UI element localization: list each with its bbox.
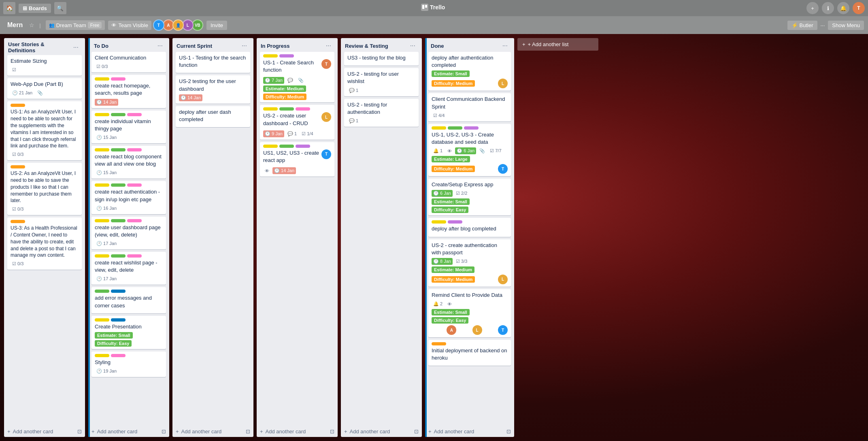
label-orange xyxy=(11,165,25,168)
card-client-comm[interactable]: Client Communication ☑ 0/3 xyxy=(91,52,166,72)
member-avatar-l[interactable]: L xyxy=(182,19,194,31)
list-content-in-progress: US-1 - Create Search function T 🕐 7 Jan … xyxy=(257,52,338,426)
label-bar xyxy=(95,354,163,357)
member-avatar-t[interactable]: T xyxy=(153,19,164,31)
card-remind-client[interactable]: Remind Client to Provide Data 🔔 2 👁 Esti… xyxy=(428,289,511,337)
list-menu-button-progress[interactable]: ··· xyxy=(323,41,334,50)
card-create-search[interactable]: US-1 - Create Search function T 🕐 7 Jan … xyxy=(260,52,334,102)
card-create-wishlist[interactable]: create react wishlist page - view, edit,… xyxy=(91,252,166,285)
date-badge: 🕐 6 Jan xyxy=(455,147,476,154)
card-title: Web-App Due (Part B) xyxy=(11,81,79,88)
estimate-badge: Estimate: Small xyxy=(432,70,470,77)
card-user-dashboard-crud[interactable]: US-2 - create user dashboard - CRUD L 🕐 … xyxy=(260,105,334,139)
card-express-app[interactable]: Create/Setup Express app 🕐 6 Jan ☑ 2/2 E… xyxy=(428,179,511,215)
plus-button[interactable]: + xyxy=(806,2,819,14)
add-card-button-todo[interactable]: + Add another card ⊡ xyxy=(88,426,169,437)
card-deploy-user-dash[interactable]: deploy after user dash completed xyxy=(176,106,250,127)
add-card-button-sprint[interactable]: + Add another card ⊡ xyxy=(172,426,253,437)
info-button[interactable]: ℹ xyxy=(822,2,834,14)
card-create-auth[interactable]: create react authentication - sign in/up… xyxy=(91,181,166,214)
list-header-user-stories: User Stories & Definitions ··· xyxy=(4,38,85,55)
card-create-blog[interactable]: create react blog component view all and… xyxy=(91,146,166,179)
label-bar xyxy=(95,318,163,322)
card-us2-auth-test[interactable]: US-2 - testing for authentication 💬 1 xyxy=(344,99,419,127)
difficulty-badge: Difficulty: Easy xyxy=(432,317,468,324)
difficulty-badge: Difficulty: Medium xyxy=(432,276,475,283)
list-done: Done ··· deploy after authentication com… xyxy=(425,38,514,437)
checklist-badge: ☑ 0/3 xyxy=(11,151,25,158)
list-menu-button[interactable]: ··· xyxy=(71,43,81,52)
invite-button[interactable]: Invite xyxy=(206,21,227,30)
card-meta: 🕐 19 Jan xyxy=(95,368,163,375)
card-title: deploy after authentication completed xyxy=(432,54,508,69)
add-card-label: Add another card xyxy=(350,428,390,435)
board-title[interactable]: Mern xyxy=(4,20,26,30)
home-button[interactable]: 🏠 xyxy=(3,2,15,14)
card-styling[interactable]: Styling 🕐 19 Jan xyxy=(91,352,166,377)
member-avatar-img[interactable]: 👤 xyxy=(172,19,184,31)
card-client-comm-backend[interactable]: Client Communication Backend Sprint ☑ 4/… xyxy=(428,93,511,121)
add-card-button-progress[interactable]: + Add another card ⊡ xyxy=(257,426,338,437)
list-header-done: Done ··· xyxy=(425,38,514,52)
card-us1[interactable]: US-1: As an AnalyzeVit User, I need to b… xyxy=(7,101,82,160)
card-us3[interactable]: US-3: As a Health Professional / Content… xyxy=(7,217,82,270)
label-pink xyxy=(111,77,126,81)
label-bar xyxy=(11,104,79,107)
card-meta: 💬 1 xyxy=(347,87,415,94)
list-menu-button-todo[interactable]: ··· xyxy=(155,41,165,50)
card-title: create react blog component view all and… xyxy=(95,153,163,168)
board-header: Mern ☆ | 👥 Dream Team Free 👁 Team Visibl… xyxy=(0,16,868,34)
add-card-button-review[interactable]: + Add another card ⊡ xyxy=(341,426,422,437)
add-card-button-user-stories[interactable]: + Add another card ⊡ xyxy=(4,426,85,437)
visibility-button[interactable]: 👁 Team Visible xyxy=(108,21,151,30)
member-avatar-vb[interactable]: VB xyxy=(192,19,203,31)
card-create-homepage[interactable]: create react homepage, search, results p… xyxy=(91,75,166,108)
card-deploy-auth[interactable]: deploy after authentication completed Es… xyxy=(428,52,511,91)
search-button[interactable]: 🔍 xyxy=(54,2,66,14)
board-star-icon[interactable]: ☆ xyxy=(29,22,34,28)
card-create-presentation[interactable]: Create Presentation Estimate: Small Diff… xyxy=(91,316,166,349)
card-create-vitamin[interactable]: create individual vitamin thingy page 🕐 … xyxy=(91,111,166,143)
card-title: deploy after blog completed xyxy=(432,225,508,232)
card-avatar-t: T xyxy=(498,325,508,335)
card-meta: 💬 1 xyxy=(347,117,415,124)
notification-button[interactable]: 🔔 xyxy=(837,2,849,14)
team-button[interactable]: 👥 Dream Team Free xyxy=(46,20,105,30)
card-web-app-due[interactable]: Web-App Due (Part B) 🕐 21 Jan 📎 xyxy=(7,78,82,99)
label-blue xyxy=(111,318,126,322)
trello-logo: Trello xyxy=(421,5,447,12)
card-meta: ☑ xyxy=(11,66,79,73)
card-create-dashboard[interactable]: create user dashboard page (view, edit, … xyxy=(91,217,166,249)
free-badge[interactable]: Free xyxy=(88,22,102,28)
card-auth-passport[interactable]: US-2 - create authentication with passpo… xyxy=(428,239,511,287)
card-add-error[interactable]: add error messages and corner cases xyxy=(91,287,166,313)
list-menu-button-done[interactable]: ··· xyxy=(500,41,510,50)
card-us2-wishlist-test[interactable]: US-2 - testing for user wishlist 💬 1 xyxy=(344,68,419,96)
list-menu-button-sprint[interactable]: ··· xyxy=(239,41,249,50)
visibility-label: Team Visible xyxy=(118,22,148,28)
card-initial-deploy[interactable]: Initial deployment of backend on heroku xyxy=(428,340,511,366)
show-menu-button[interactable]: Show Menu xyxy=(828,21,864,30)
card-estimate-sizing[interactable]: Estimate Sizing ☑ xyxy=(7,55,82,76)
card-us3-blog-test[interactable]: US3 - testing for the blog xyxy=(344,52,419,66)
card-create-react-app[interactable]: US1, US2, US3 - create react app T 👁 🕐 1… xyxy=(260,142,334,177)
list-menu-button-review[interactable]: ··· xyxy=(408,41,418,50)
boards-button[interactable]: ⊞ Boards xyxy=(19,4,51,13)
label-purple xyxy=(464,126,479,130)
card-us1-testing[interactable]: US-1 - Testing for the search function xyxy=(176,52,250,73)
butler-button[interactable]: ⚡ Butler xyxy=(787,21,817,30)
user-avatar-button[interactable]: T xyxy=(853,2,865,14)
board-header-right: ⚡ Butler ··· Show Menu xyxy=(787,21,864,30)
label-bar xyxy=(95,254,163,258)
card-us2-testing[interactable]: US-2 testing for the user dashboard 🕐 14… xyxy=(176,75,250,103)
card-title: Estimate Sizing xyxy=(11,58,79,65)
card-database-seed[interactable]: US-1, US-2, US-3 - Create database and s… xyxy=(428,124,511,176)
card-badges: Estimate: Large Difficulty: Medium T xyxy=(432,156,508,174)
card-us2[interactable]: US-2: As an AnalyzeVit User, I need to b… xyxy=(7,163,82,215)
add-list-button[interactable]: + + Add another list xyxy=(517,38,598,51)
add-card-button-done[interactable]: + Add another card ⊡ xyxy=(425,426,514,437)
label-pink xyxy=(127,113,142,116)
card-deploy-blog[interactable]: deploy after blog completed xyxy=(428,218,511,236)
add-card-label: Add another card xyxy=(434,428,474,435)
list-title-todo: To Do xyxy=(94,43,108,49)
